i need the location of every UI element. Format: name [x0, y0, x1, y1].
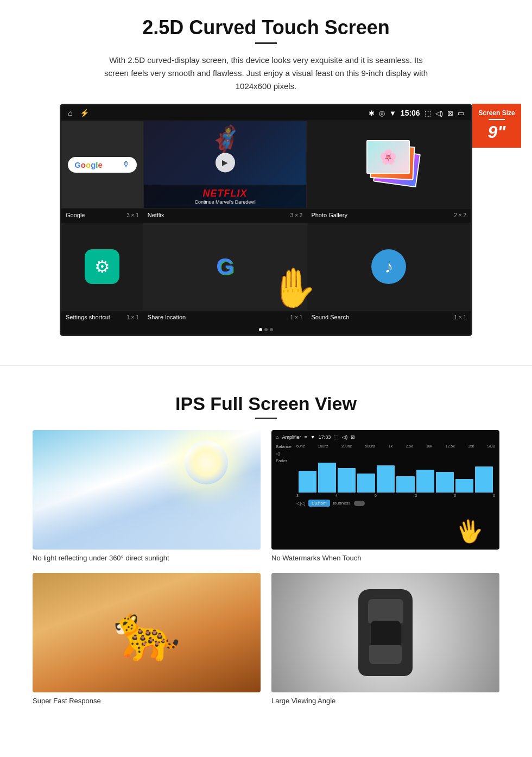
amp-time: 17:33: [319, 434, 331, 440]
google-cell-inner: Google 🎙: [62, 121, 143, 208]
amp-custom-button[interactable]: Custom: [308, 500, 330, 507]
amp-bar-9[interactable]: [455, 479, 473, 493]
wifi-icon: ▼: [389, 109, 396, 117]
camera-icon: ⬚: [425, 109, 431, 117]
freq-12k5: 12.5k: [446, 444, 455, 448]
share-label: Share location 1 × 1: [143, 313, 307, 321]
sunlight-gradient: [33, 484, 261, 550]
dot-1: [259, 328, 262, 331]
amp-bar-5[interactable]: [377, 465, 395, 493]
settings-app-cell[interactable]: ⚙: [61, 223, 143, 311]
section1-title: 2.5D Curved Touch Screen: [33, 16, 499, 39]
cheetah-image: 🐆: [33, 573, 261, 692]
netflix-label: Netflix 3 × 2: [143, 211, 307, 219]
sound-label-size: 1 × 1: [454, 314, 466, 320]
amp-bar-3[interactable]: [338, 468, 356, 493]
sound-label: Sound Search 1 × 1: [307, 313, 471, 321]
amp-freq-labels: 60hz 100hz 200hz 500hz 1k 2.5k 10k 12.5k…: [296, 444, 495, 448]
amplifier-bg: ⌂ Amplifier ≡ ▼ 17:33 ⬚ ◁) ⊠ Balance ◁): [271, 430, 499, 550]
badge-size: 9": [477, 122, 517, 142]
val-0-mid: 0: [375, 494, 377, 497]
amp-bar-4[interactable]: [357, 474, 375, 493]
settings-label-size: 1 × 1: [126, 314, 139, 320]
section1-description: With 2.5D curved-display screen, this de…: [98, 54, 434, 93]
play-button[interactable]: ▶: [216, 153, 235, 172]
settings-cell-inner: ⚙: [62, 223, 143, 310]
val-0-last: 0: [493, 494, 495, 497]
feature-cheetah: 🐆 Super Fast Response: [33, 573, 261, 705]
amp-battery-icon: ⊠: [351, 434, 355, 440]
amp-header: ⌂ Amplifier ≡ ▼ 17:33 ⬚ ◁) ⊠: [276, 434, 495, 440]
amp-sidebar: Balance ◁) Fader 60hz 100hz 200hz 500hz …: [276, 442, 495, 509]
app-grid-bottom: ⚙ G 🤚 ♪: [61, 223, 471, 311]
section-ips: IPS Full Screen View No light reflecting…: [0, 382, 532, 716]
google-label-size: 3 × 1: [126, 212, 139, 218]
google-mic-icon[interactable]: 🎙: [123, 160, 130, 169]
amp-bar-8[interactable]: [436, 472, 454, 493]
amp-bar-7[interactable]: [416, 470, 434, 493]
badge-label: Screen Size: [477, 109, 517, 117]
amp-equalizer: [296, 449, 495, 493]
google-label: Google 3 × 1: [61, 211, 143, 219]
amp-prev-icon[interactable]: ◁◁: [296, 500, 305, 506]
status-bar-right: ✱ ◎ ▼ 15:06 ⬚ ◁) ⊠ ▭: [369, 109, 464, 117]
google-app-cell[interactable]: Google 🎙: [61, 121, 143, 209]
dot-2: [264, 328, 268, 331]
car-label: Large Viewing Angle: [271, 697, 499, 705]
sunlight-bg: [33, 430, 261, 550]
amp-eq-section: 60hz 100hz 200hz 500hz 1k 2.5k 10k 12.5k…: [296, 444, 495, 507]
netflix-subtitle: Continue Marvel's Daredevil: [148, 199, 302, 205]
feature-amplifier: ⌂ Amplifier ≡ ▼ 17:33 ⬚ ◁) ⊠ Balance ◁): [271, 430, 499, 562]
google-search-bar[interactable]: Google 🎙: [68, 157, 136, 173]
sun-burst: [185, 441, 228, 484]
amp-value-labels: 3 4 0 -3 0 0: [296, 494, 495, 497]
freq-15k: 15k: [468, 444, 474, 448]
sound-search-app-cell[interactable]: ♪: [307, 223, 471, 311]
amp-loudness-toggle[interactable]: [354, 501, 365, 506]
daredevil-figure: 🦸: [208, 127, 242, 154]
volume-icon: ◁): [435, 109, 443, 117]
section2-title: IPS Full Screen View: [33, 393, 499, 414]
status-bar-left: ⌂ ⚡: [68, 109, 89, 117]
val-n3: -3: [414, 494, 417, 497]
feature-car: Large Viewing Angle: [271, 573, 499, 705]
amp-bar-6[interactable]: [396, 476, 414, 493]
amp-bar-2[interactable]: [318, 463, 336, 493]
home-icon[interactable]: ⌂: [68, 109, 72, 117]
car-top-view: [358, 589, 413, 676]
netflix-label-name: Netflix: [148, 212, 164, 218]
share-location-app-cell[interactable]: G 🤚: [143, 223, 307, 311]
freq-sub: SUB: [487, 444, 495, 448]
amp-camera-icon: ⬚: [334, 434, 339, 440]
share-label-name: Share location: [148, 314, 186, 320]
amp-bar-10[interactable]: [475, 466, 493, 493]
status-bar: ⌂ ⚡ ✱ ◎ ▼ 15:06 ⬚ ◁) ⊠ ▭: [61, 105, 471, 121]
gallery-stack: 🌸: [359, 140, 419, 189]
section-curved-touch: 2.5D Curved Touch Screen With 2.5D curve…: [0, 0, 532, 349]
val-3: 3: [296, 494, 299, 497]
device-wrapper: Screen Size 9" ⌂ ⚡ ✱ ◎ ▼ 15:06 ⬚ ◁) ⊠: [60, 104, 472, 336]
netflix-overlay: NETFLIX Continue Marvel's Daredevil: [144, 185, 307, 208]
amp-bar-1[interactable]: [299, 471, 316, 493]
gallery-label-name: Photo Gallery: [311, 212, 347, 218]
settings-gear-icon: ⚙: [94, 256, 110, 277]
freq-500: 500hz: [365, 444, 375, 448]
feature-sunlight: No light reflecting under 360° direct su…: [33, 430, 261, 562]
netflix-app-cell[interactable]: 🦸 ▶ NETFLIX Continue Marvel's Daredevil: [143, 121, 307, 209]
netflix-logo: NETFLIX: [148, 188, 302, 199]
amp-title: Amplifier: [282, 434, 301, 440]
gallery-label-size: 2 × 2: [454, 212, 466, 218]
hand-pointing-icon: 🤚: [270, 266, 317, 310]
sunlight-image: [33, 430, 261, 550]
amp-labels-col: Balance ◁) Fader: [276, 444, 292, 507]
freq-200: 200hz: [341, 444, 352, 448]
amp-home-icon: ⌂: [276, 434, 278, 440]
sound-label-name: Sound Search: [311, 314, 349, 320]
share-cell-inner: G 🤚: [144, 223, 307, 310]
cheetah-emoji: 🐆: [113, 601, 181, 665]
photo-gallery-app-cell[interactable]: 🌸: [307, 121, 471, 209]
car-bg: [271, 573, 499, 692]
app-labels-bottom: Settings shortcut 1 × 1 Share location 1…: [61, 311, 471, 325]
app-grid-top: Google 🎙 🦸 ▶ NETFLIX: [61, 121, 471, 209]
amp-vol-label: ◁): [276, 451, 292, 456]
